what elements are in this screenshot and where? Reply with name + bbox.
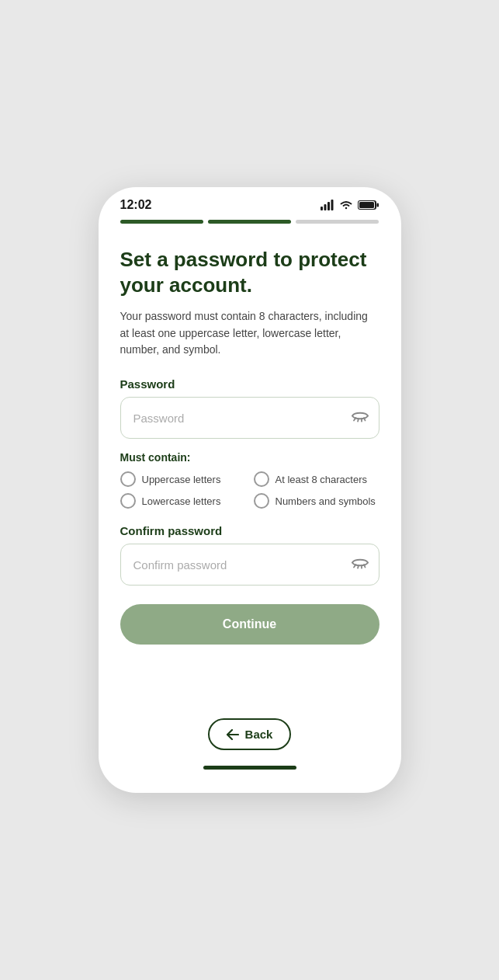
svg-line-13 bbox=[358, 565, 359, 568]
phone-frame: 12:02 bbox=[99, 187, 401, 793]
svg-rect-3 bbox=[331, 200, 333, 210]
wifi-icon bbox=[339, 200, 353, 210]
password-input[interactable] bbox=[120, 397, 379, 439]
req-lowercase-circle bbox=[120, 493, 136, 509]
req-uppercase: Uppercase letters bbox=[120, 471, 246, 487]
confirm-password-toggle-icon[interactable] bbox=[352, 557, 369, 573]
main-content: Set a password to protect your account. … bbox=[99, 231, 401, 718]
bottom-area: Back bbox=[99, 718, 401, 770]
req-uppercase-circle bbox=[120, 471, 136, 487]
confirm-password-input-wrapper bbox=[120, 544, 379, 586]
status-time: 12:02 bbox=[120, 198, 152, 212]
back-arrow-icon bbox=[227, 729, 239, 740]
status-icons bbox=[321, 200, 379, 210]
password-label: Password bbox=[120, 377, 379, 391]
battery-icon bbox=[358, 200, 379, 210]
password-input-wrapper bbox=[120, 397, 379, 439]
status-bar: 12:02 bbox=[99, 187, 401, 217]
page-title: Set a password to protect your account. bbox=[120, 247, 379, 297]
back-button[interactable]: Back bbox=[208, 718, 292, 750]
req-length-text: At least 8 characters bbox=[275, 474, 368, 485]
svg-line-9 bbox=[358, 419, 359, 422]
progress-segment-1 bbox=[120, 220, 203, 224]
req-uppercase-text: Uppercase letters bbox=[142, 474, 221, 485]
confirm-password-input[interactable] bbox=[120, 544, 379, 586]
req-length: At least 8 characters bbox=[254, 471, 379, 487]
req-lowercase: Lowercase letters bbox=[120, 493, 246, 509]
progress-segment-3 bbox=[296, 220, 379, 224]
req-symbols: Numbers and symbols bbox=[254, 493, 379, 509]
password-toggle-icon[interactable] bbox=[352, 410, 369, 426]
signal-icon bbox=[321, 200, 334, 210]
progress-segment-2 bbox=[208, 220, 291, 224]
req-lowercase-text: Lowercase letters bbox=[142, 495, 221, 507]
back-button-label: Back bbox=[245, 728, 273, 741]
svg-rect-2 bbox=[327, 202, 330, 210]
svg-rect-6 bbox=[359, 202, 374, 208]
progress-bar bbox=[99, 217, 401, 231]
req-symbols-circle bbox=[254, 493, 269, 509]
req-length-circle bbox=[254, 471, 269, 487]
svg-rect-1 bbox=[324, 204, 326, 210]
confirm-password-label: Confirm password bbox=[120, 524, 379, 537]
page-description: Your password must contain 8 characters,… bbox=[120, 308, 379, 359]
must-contain-label: Must contain: bbox=[120, 451, 379, 464]
continue-button[interactable]: Continue bbox=[120, 604, 379, 645]
svg-rect-0 bbox=[321, 207, 323, 210]
requirements-grid: Uppercase letters At least 8 characters … bbox=[120, 471, 379, 509]
home-indicator bbox=[203, 766, 296, 770]
req-symbols-text: Numbers and symbols bbox=[275, 495, 376, 507]
svg-rect-7 bbox=[376, 203, 379, 207]
